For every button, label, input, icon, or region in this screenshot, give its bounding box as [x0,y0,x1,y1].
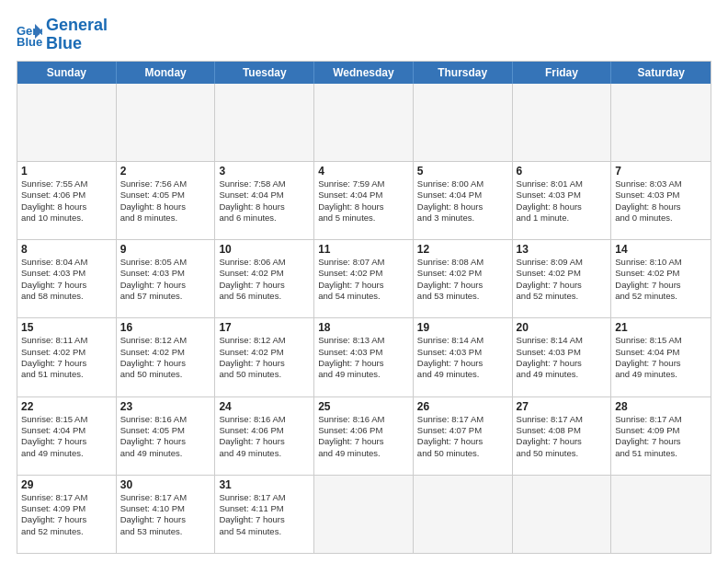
cell-info-line: Daylight: 7 hours [120,358,211,369]
day-number: 21 [615,321,707,334]
cell-info-line: Sunset: 4:03 PM [120,268,211,279]
cell-info-line: and 49 minutes. [21,448,112,459]
cell-info-line: and 49 minutes. [615,369,707,380]
weekday-header-saturday: Saturday [611,62,711,84]
cell-info-line: Sunset: 4:02 PM [318,268,409,279]
cell-info-line: and 50 minutes. [417,448,508,459]
calendar-cell: 28Sunrise: 8:17 AMSunset: 4:09 PMDayligh… [611,397,711,475]
cell-info-line: Sunrise: 8:00 AM [417,178,508,190]
cell-info-line: Sunrise: 8:15 AM [615,335,707,346]
calendar-cell [314,84,414,161]
calendar-cell [513,84,612,161]
logo-icon: General Blue [17,22,42,48]
day-number: 5 [417,165,508,178]
cell-info-line: Sunrise: 8:11 AM [21,335,112,346]
calendar-row-5: 29Sunrise: 8:17 AMSunset: 4:09 PMDayligh… [17,476,711,553]
calendar-row-0 [17,84,711,162]
cell-info-line: and 53 minutes. [120,526,211,537]
day-number: 31 [219,478,310,491]
cell-info-line: Daylight: 7 hours [219,280,310,291]
cell-info-line: and 0 minutes. [615,213,707,224]
cell-info-line: Daylight: 7 hours [219,436,310,447]
cell-info-line: Sunset: 4:04 PM [318,190,409,201]
cell-info-line: and 10 minutes. [21,213,112,224]
cell-info-line: Daylight: 7 hours [120,514,211,525]
logo-text: General Blue [46,17,108,53]
cell-info-line: and 5 minutes. [318,213,409,224]
day-number: 30 [120,478,211,491]
weekday-header-wednesday: Wednesday [314,62,414,84]
calendar-cell: 22Sunrise: 8:15 AMSunset: 4:04 PMDayligh… [17,397,117,475]
calendar-cell: 3Sunrise: 7:58 AMSunset: 4:04 PMDaylight… [215,162,314,239]
calendar-cell: 16Sunrise: 8:12 AMSunset: 4:02 PMDayligh… [117,318,216,396]
day-number: 29 [21,478,112,491]
cell-info-line: Sunrise: 8:09 AM [517,257,608,268]
cell-info-line: Sunset: 4:02 PM [219,347,310,358]
day-number: 16 [120,321,211,334]
day-number: 10 [219,243,310,256]
cell-info-line: and 53 minutes. [417,291,508,302]
cell-info-line: Sunrise: 8:16 AM [318,414,409,425]
cell-info-line: Daylight: 8 hours [120,201,211,213]
calendar-cell: 21Sunrise: 8:15 AMSunset: 4:04 PMDayligh… [611,318,711,396]
cell-info-line: and 49 minutes. [517,369,608,380]
calendar-cell: 15Sunrise: 8:11 AMSunset: 4:02 PMDayligh… [17,318,117,396]
day-number: 28 [615,400,707,413]
weekday-header-monday: Monday [117,62,216,84]
cell-info-line: and 49 minutes. [120,448,211,459]
calendar-cell: 25Sunrise: 8:16 AMSunset: 4:06 PMDayligh… [314,397,414,475]
day-number: 1 [21,165,112,178]
cell-info-line: Sunrise: 8:05 AM [120,257,211,268]
calendar-cell [117,84,216,161]
day-number: 25 [318,400,409,413]
cell-info-line: Sunrise: 8:17 AM [120,492,211,503]
day-number: 14 [615,243,707,256]
header: General Blue General Blue [17,17,711,53]
cell-info-line: Sunrise: 8:17 AM [417,414,508,425]
cell-info-line: Daylight: 8 hours [615,201,707,213]
cell-info-line: and 51 minutes. [615,448,707,459]
cell-info-line: Daylight: 7 hours [318,280,409,291]
cell-info-line: and 49 minutes. [219,448,310,459]
calendar-cell [414,84,513,161]
cell-info-line: Sunset: 4:08 PM [517,425,608,436]
cell-info-line: Daylight: 7 hours [318,436,409,447]
calendar-cell [414,476,513,553]
calendar-cell: 1Sunrise: 7:55 AMSunset: 4:06 PMDaylight… [17,162,117,239]
cell-info-line: Sunset: 4:10 PM [120,503,211,514]
cell-info-line: Sunset: 4:03 PM [615,190,707,201]
day-number: 18 [318,321,409,334]
cell-info-line: Daylight: 8 hours [219,201,310,213]
cell-info-line: Sunrise: 8:14 AM [517,335,608,346]
cell-info-line: Sunset: 4:02 PM [21,347,112,358]
calendar-cell: 27Sunrise: 8:17 AMSunset: 4:08 PMDayligh… [513,397,612,475]
cell-info-line: Sunrise: 8:16 AM [120,414,211,425]
cell-info-line: and 52 minutes. [615,291,707,302]
cell-info-line: and 50 minutes. [120,369,211,380]
calendar-cell: 23Sunrise: 8:16 AMSunset: 4:05 PMDayligh… [117,397,216,475]
calendar-cell: 10Sunrise: 8:06 AMSunset: 4:02 PMDayligh… [215,240,314,317]
logo-blue: Blue [46,34,82,52]
cell-info-line: Daylight: 8 hours [517,201,608,213]
calendar-row-4: 22Sunrise: 8:15 AMSunset: 4:04 PMDayligh… [17,397,711,476]
cell-info-line: Daylight: 8 hours [21,201,112,213]
cell-info-line: and 49 minutes. [417,369,508,380]
cell-info-line: and 8 minutes. [120,213,211,224]
calendar-row-3: 15Sunrise: 8:11 AMSunset: 4:02 PMDayligh… [17,318,711,396]
cell-info-line: Sunset: 4:02 PM [417,268,508,279]
cell-info-line: Daylight: 7 hours [417,358,508,369]
cell-info-line: and 51 minutes. [21,369,112,380]
cell-info-line: and 54 minutes. [318,291,409,302]
cell-info-line: Sunrise: 8:10 AM [615,257,707,268]
calendar-cell [611,84,711,161]
cell-info-line: Sunrise: 8:17 AM [219,492,310,503]
cell-info-line: Sunset: 4:06 PM [21,190,112,201]
cell-info-line: Sunrise: 8:03 AM [615,178,707,190]
calendar-cell [17,84,117,161]
day-number: 15 [21,321,112,334]
day-number: 13 [517,243,608,256]
cell-info-line: Sunrise: 8:01 AM [517,178,608,190]
calendar-row-2: 8Sunrise: 8:04 AMSunset: 4:03 PMDaylight… [17,240,711,318]
cell-info-line: Sunrise: 8:13 AM [318,335,409,346]
cell-info-line: and 1 minute. [517,213,608,224]
